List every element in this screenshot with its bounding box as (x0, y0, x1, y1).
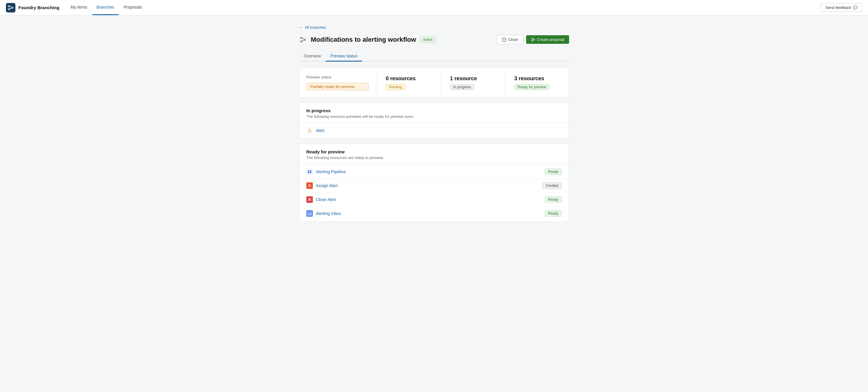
resource-left: Alerting Inbox (306, 210, 341, 217)
svg-point-7 (301, 40, 302, 42)
all-branches-link[interactable]: All branches (305, 25, 326, 30)
close-button[interactable]: Close (497, 35, 523, 44)
svg-rect-18 (310, 170, 311, 171)
svg-rect-17 (308, 170, 309, 171)
stat-pending-badge: Pending (386, 84, 405, 90)
resource-item-assign-alert: Assign Alert Created (299, 179, 569, 193)
svg-point-1 (12, 7, 13, 8)
resource-name-alerting-inbox[interactable]: Alerting Inbox (316, 211, 341, 216)
stat-inprogress: 1 resource In progress (440, 68, 505, 97)
branch-title-group: Modifications to alerting workflow Activ… (299, 35, 436, 44)
svg-point-13 (533, 39, 535, 40)
nav-tab-branches[interactable]: Branches (92, 0, 118, 15)
feedback-icon: 💬 (853, 5, 858, 10)
app-title: Foundry Branching (19, 5, 59, 10)
stat-ready: 3 resources Ready for preview (505, 68, 569, 97)
send-feedback-button[interactable]: Send feedback 💬 (821, 3, 862, 12)
assign-icon (306, 183, 313, 189)
create-proposal-button[interactable]: Create proposal (526, 35, 569, 44)
svg-point-12 (531, 38, 533, 39)
resource-left: Assign Alert (306, 183, 338, 189)
nav-tab-my-items[interactable]: My items (66, 0, 91, 15)
svg-point-2 (8, 8, 10, 10)
branch-status-badge: Active (420, 36, 436, 43)
stat-ready-count: 3 resources (514, 75, 544, 82)
create-proposal-label: Create proposal (537, 37, 565, 42)
inbox-icon (306, 210, 313, 217)
stat-ready-badge: Ready for preview (514, 84, 550, 90)
page-content: ← All branches Modifications to alerting… (292, 15, 576, 236)
sub-tabs: Overview Preview status (299, 51, 569, 62)
svg-point-6 (304, 39, 306, 40)
send-feedback-label: Send feedback (825, 5, 851, 10)
branch-actions: Close Create proposal (497, 35, 569, 44)
branch-header: Modifications to alerting workflow Activ… (299, 35, 569, 44)
resource-status-alerting-pipeline: Ready (545, 168, 562, 175)
in-progress-title: In progress (306, 108, 562, 113)
resource-status-alerting-inbox: Ready (545, 210, 562, 217)
svg-line-15 (533, 38, 533, 39)
resource-left: Close Alert (306, 196, 336, 203)
svg-line-4 (10, 8, 12, 9)
stat-inprogress-count: 1 resource (450, 75, 477, 82)
resource-item-alerting-pipeline: Alerting Pipeline Ready (299, 165, 569, 179)
create-proposal-icon (531, 37, 535, 42)
ready-for-preview-card: Ready for preview The following resource… (299, 143, 569, 222)
svg-rect-19 (308, 172, 309, 173)
svg-point-5 (301, 37, 302, 38)
resource-left: Alerting Pipeline (306, 168, 346, 175)
branch-title: Modifications to alerting workflow (311, 36, 416, 43)
nav-tab-proposals[interactable]: Proposals (120, 0, 146, 15)
resource-name-assign-alert[interactable]: Assign Alert (316, 183, 338, 188)
app-logo-icon (6, 3, 16, 12)
resource-status-assign-alert: Created (542, 183, 562, 189)
topnav: Foundry Branching My items Branches Prop… (0, 0, 868, 15)
back-arrow-icon: ← (299, 25, 303, 30)
resource-item-alerting-inbox: Alerting Inbox Ready (299, 207, 569, 220)
branch-icon (299, 35, 307, 44)
in-progress-header: In progress The following resource previ… (299, 103, 569, 123)
in-progress-card: In progress The following resource previ… (299, 102, 569, 139)
close-icon (502, 38, 506, 42)
status-summary: Preview status Partially ready for previ… (299, 68, 569, 97)
svg-rect-24 (308, 212, 311, 215)
resource-item-close-alert: Close Alert Ready (299, 193, 569, 207)
nav-tabs: My items Branches Proposals (66, 0, 146, 15)
status-summary-card: Preview status Partially ready for previ… (299, 67, 569, 98)
ready-resource-list: Alerting Pipeline Ready Assign Alert Cre… (299, 164, 569, 222)
pipeline-icon (306, 168, 313, 175)
warning-icon: ⚠ (306, 127, 313, 134)
svg-point-14 (531, 40, 533, 41)
stat-pending-count: 0 resources (386, 75, 415, 82)
resource-status-close-alert: Ready (545, 196, 562, 203)
close-alert-icon (306, 196, 313, 203)
stat-pending: 0 resources Pending (376, 68, 440, 97)
close-button-label: Close (508, 37, 518, 42)
sub-tab-overview[interactable]: Overview (299, 51, 326, 62)
status-left: Preview status Partially ready for previ… (299, 68, 376, 97)
app-logo: Foundry Branching (6, 3, 59, 12)
stat-inprogress-badge: In progress (450, 84, 474, 90)
svg-line-9 (302, 40, 304, 41)
sub-tab-preview-status[interactable]: Preview status (326, 51, 362, 62)
partial-ready-badge: Partially ready for preview (306, 83, 369, 90)
svg-point-0 (8, 5, 10, 7)
resource-name-alert[interactable]: Alert (316, 128, 324, 133)
svg-line-3 (10, 6, 12, 7)
resource-name-alerting-pipeline[interactable]: Alerting Pipeline (316, 169, 346, 174)
ready-for-preview-header: Ready for preview The following resource… (299, 144, 569, 164)
in-progress-subtitle: The following resource previews will be … (306, 114, 562, 119)
svg-rect-20 (310, 172, 311, 173)
preview-status-label: Preview status (306, 75, 369, 79)
in-progress-resource-list: ⚠ Alert (299, 123, 569, 138)
status-stats: 0 resources Pending 1 resource In progre… (376, 68, 569, 97)
resource-item-alert: ⚠ Alert (299, 124, 569, 137)
resource-name-close-alert[interactable]: Close Alert (316, 197, 336, 202)
svg-line-16 (533, 40, 533, 41)
ready-for-preview-title: Ready for preview (306, 149, 562, 154)
ready-for-preview-subtitle: The following resources are ready to pre… (306, 156, 562, 160)
svg-line-8 (302, 38, 304, 39)
resource-left: ⚠ Alert (306, 127, 324, 134)
breadcrumb[interactable]: ← All branches (299, 25, 569, 30)
